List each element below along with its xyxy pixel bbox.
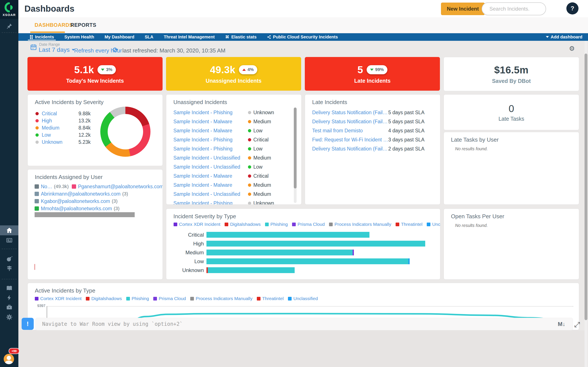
legend-label[interactable]: Low [42,132,78,138]
expand-icon[interactable]: ⤢ [574,320,580,329]
list-scrollbar-thumb[interactable] [294,108,297,188]
incident-link[interactable]: Delivery Status Notification (Fail… [312,110,388,116]
legend-item-process-indicators-manually[interactable]: Process Indicators Manually [190,296,252,301]
sidebar-item-indicators[interactable] [0,263,18,273]
incident-link[interactable]: Sample Incident - Malware [173,182,248,188]
dashboard-tab-system-health[interactable]: System Health [59,33,99,41]
legend-item-phishing[interactable]: Phishing [265,222,288,227]
dashboard-tab-threat-intel-management[interactable]: Threat Intel Management [158,33,220,41]
user-link[interactable]: Pganeshamurt@paloaltonetworks.com [78,184,163,190]
bar-segment[interactable] [207,232,370,238]
incident-link[interactable]: Sample Incident - Phishing [173,137,248,143]
legend-label[interactable]: Unknown [42,139,78,145]
dashboard-tab-sla[interactable]: SLA [139,33,158,41]
notification-badge[interactable]: +99 [9,348,19,354]
legend-item-unclassified[interactable]: Unclassified [288,296,318,301]
kpi-card-today-s-new-incidents[interactable]: 5.1k3%Today's New Incidents [27,57,163,91]
legend-item-prisma-cloud[interactable]: Prisma Cloud [292,222,325,227]
kpi-card-late-incidents[interactable]: 599%Late Incidents [305,57,440,91]
incident-link[interactable]: Sample Incident - Unclassified [173,191,248,197]
xsoar-logo[interactable]: XSOAR [0,0,18,19]
severity-donut-chart[interactable] [100,107,150,157]
dashboard-tab-label: System Health [64,34,94,40]
legend-item-phishing[interactable]: Phishing [126,296,149,301]
assigned-by-user-bar[interactable] [35,212,135,217]
dashboard-tab-public-cloud-security-incidents[interactable]: Public Cloud Security Incidents [262,33,343,41]
kpi-card-unassigned-incidents[interactable]: 49.3k4%Unassigned Incidents [166,57,301,91]
date-range-select[interactable]: Last 7 days [39,46,75,53]
incident-link[interactable]: Sample Incident - Phishing [173,110,248,116]
legend-item-unclassified[interactable]: Unclassified [427,222,440,227]
legend-item-threatintel[interactable]: Threatintel [396,222,422,227]
incident-link[interactable]: Sample Incident - Malware [173,128,248,134]
bar-segment[interactable] [207,241,425,247]
severity-badge: Low [248,146,262,152]
assigned-by-user-legend: No…(49.3k)Pganeshamurt@paloaltonetworks.… [35,183,159,212]
sidebar-item-reports[interactable] [0,235,18,245]
bar-segment[interactable] [408,259,410,264]
new-incident-button[interactable]: New Incident [441,3,485,15]
user-link[interactable]: Kgabor@paloaltonetworks.com [41,198,110,204]
user-link[interactable]: No… [41,184,52,190]
legend-label[interactable]: Critical [42,111,78,117]
legend-label[interactable]: Medium [42,125,78,131]
sidebar-item-settings[interactable] [0,312,18,322]
incident-link[interactable]: Sample Incident - Phishing [173,146,248,152]
legend-swatch [35,297,38,300]
share-icon [267,35,271,39]
sidebar-item-playbooks[interactable] [0,283,18,293]
sidebar-item-home[interactable] [0,225,18,235]
bar-label: High [173,241,207,247]
legend-item-digitalshadows[interactable]: Digitalshadows [86,296,122,301]
bar-segment[interactable] [207,250,353,255]
user-link[interactable]: Mmohta@paloaltonetworks.com [41,206,112,212]
tab-reports[interactable]: REPORTS [70,17,96,33]
severity-label: Unknown [253,110,274,116]
legend-item-prisma-cloud[interactable]: Prisma Cloud [153,296,186,301]
help-button[interactable]: ? [566,2,579,15]
legend-item-cortex-xdr-incident[interactable]: Cortex XDR Incident [173,222,220,227]
active-tab-underline [30,32,65,33]
legend-item-threatintel[interactable]: Threatintel [257,296,284,301]
page-scrollbar-thumb[interactable] [585,54,587,320]
dashboard-settings-icon[interactable]: ⚙ [569,45,575,52]
legend-item-digitalshadows[interactable]: Digitalshadows [225,222,260,227]
incident-link[interactable]: Test mail from Demisto [312,128,388,134]
incident-link[interactable]: Sample Incident - Unclassified [173,164,248,170]
dashboard-tab-incidents[interactable]: Incidents [25,33,59,41]
tab-dashboards[interactable]: DASHBOARDS [35,17,73,33]
add-dashboard-button[interactable]: Add dashboard [546,33,582,41]
incident-link[interactable]: Fwd: Request for Wi-Fi Incident … [312,137,388,143]
panel-title: Late Tasks by User [451,136,499,143]
search-input[interactable] [489,6,540,12]
assigned-legend-item: Mmohta@paloaltonetworks.com(3) [35,206,120,212]
kpi-card-saved-by-dbot[interactable]: $16.5mSaved By DBot [444,57,579,91]
user-avatar[interactable] [4,354,14,364]
assigned-legend-row: Kgabor@paloaltonetworks.com(3) [35,198,159,205]
incident-link[interactable]: Delivery Status Notification (Fail… [312,119,388,125]
cli-hint-icon[interactable]: ! [22,318,34,330]
legend-label[interactable]: High [42,118,78,124]
legend-dot [35,112,39,115]
incident-link[interactable]: Sample Incident - Malware [173,119,248,125]
legend-item-cortex-xdr-incident[interactable]: Cortex XDR Incident [35,296,81,301]
markdown-icon[interactable]: M↓ [558,321,565,327]
bar-segment[interactable] [208,267,295,273]
bar-segment[interactable] [207,259,408,264]
sidebar-item-incidents[interactable] [0,254,18,264]
command-line-bar[interactable]: Navigate to War Room view by using `opti… [35,318,573,330]
pin-icon[interactable] [0,21,18,31]
legend-item-process-indicators-manually[interactable]: Process Indicators Manually [329,222,391,227]
dashboard-tab-my-dashboard[interactable]: My Dashboard [99,33,140,41]
dashboard-tab-elastic-stats[interactable]: Elastic stats [220,33,262,41]
refresh-icon[interactable]: ⟳ [113,46,118,54]
incident-link[interactable]: Sample Incident - Malware [173,173,248,179]
incident-link[interactable]: Sample Incident - Phishing [173,200,248,205]
sidebar-item-automation[interactable] [0,293,18,303]
bar-segment[interactable] [353,250,354,255]
late-incident-row: Test mail from Demisto4 days past SLA [312,126,433,135]
incident-link[interactable]: Sample Incident - Unclassified [173,155,248,161]
user-link[interactable]: Abrinkmann@paloaltonetworks.com [41,191,121,197]
sidebar-item-jobs[interactable] [0,302,18,312]
incident-link[interactable]: Delivery Status Notification (Fail… [312,146,388,152]
